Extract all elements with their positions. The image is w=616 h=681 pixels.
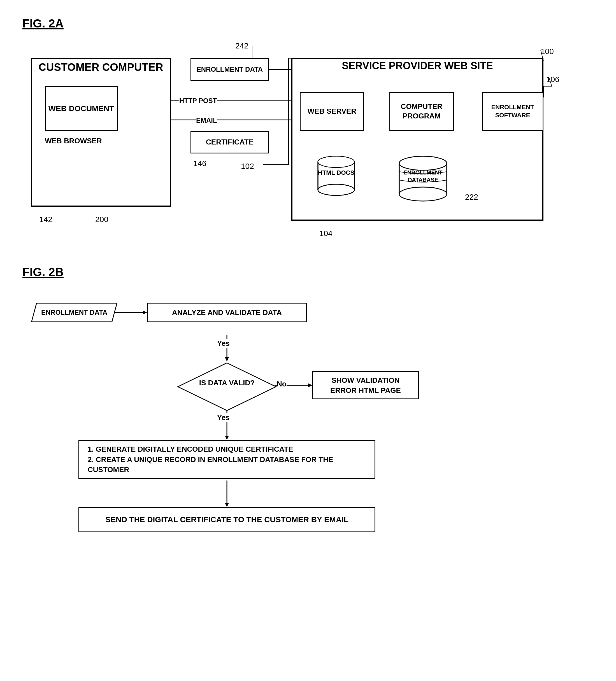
customer-computer-label: CUSTOMER COMPUTER — [31, 58, 171, 74]
generate-certificate-box: 1. GENERATE DIGITALLY ENCODED UNIQUE CER… — [78, 440, 375, 479]
ref-222: 222 — [465, 193, 478, 202]
ref-200: 200 — [95, 215, 108, 224]
figure-2a: FIG. 2A — [22, 17, 594, 237]
fig2b-title: FIG. 2B — [22, 266, 594, 279]
svg-marker-42 — [225, 357, 229, 361]
web-document-box: WEB DOCUMENT — [45, 86, 118, 131]
html-docs-label: HTML DOCS — [317, 169, 356, 177]
service-provider-label: SERVICE PROVIDER WEB SITE — [291, 60, 543, 72]
send-certificate-box: SEND THE DIGITAL CERTIFICATE TO THE CUST… — [78, 507, 375, 532]
svg-point-31 — [318, 156, 354, 168]
computer-program-box: COMPUTER PROGRAM — [389, 92, 454, 131]
ref-242: 242 — [235, 42, 248, 50]
ref-142: 142 — [39, 215, 52, 224]
http-post-label: HTTP POST — [179, 97, 217, 105]
web-browser-label: WEB BROWSER — [45, 137, 102, 145]
ref-102: 102 — [241, 162, 254, 171]
yes1-label: Yes — [217, 339, 230, 348]
ref-106: 106 — [546, 75, 560, 84]
svg-point-30 — [318, 184, 354, 196]
email-label: EMAIL — [196, 117, 217, 124]
show-validation-error-box: SHOW VALIDATION ERROR HTML PAGE — [312, 371, 419, 399]
enrollment-data-box: ENROLLMENT DATA — [191, 58, 269, 81]
svg-marker-48 — [225, 503, 229, 507]
enrollment-software-box: ENROLLMENT SOFTWARE — [482, 92, 543, 131]
ref-146: 146 — [193, 159, 206, 168]
html-docs-db: HTML DOCS — [317, 153, 356, 199]
figure-2b: FIG. 2B ENROLLMENT DATA — [22, 266, 594, 542]
yes2-label: Yes — [217, 413, 230, 422]
svg-marker-40 — [143, 310, 147, 314]
enrollment-data-flow: ENROLLMENT DATA — [31, 303, 118, 322]
fig2a-title: FIG. 2A — [22, 17, 594, 30]
ref-104: 104 — [319, 229, 332, 238]
svg-marker-44 — [225, 436, 229, 440]
certificate-box: CERTIFICATE — [191, 131, 269, 153]
diagram-2a: CUSTOMER COMPUTER WEB DOCUMENT WEB BROWS… — [22, 42, 583, 237]
enrollment-db: ENROLLMENT DATABASE — [398, 153, 448, 205]
svg-point-36 — [399, 187, 447, 201]
flow-arrows-svg — [22, 290, 583, 542]
customer-computer-box — [31, 58, 171, 207]
no-label: No — [277, 380, 287, 388]
web-server-box: WEB SERVER — [300, 92, 364, 131]
is-data-valid-diamond: IS DATA VALID? — [176, 361, 277, 413]
svg-marker-46 — [308, 383, 312, 387]
diagram-2b: ENROLLMENT DATA ANALYZE AND VALIDATE DAT… — [22, 290, 583, 542]
ref-100: 100 — [541, 47, 554, 56]
svg-point-35 — [399, 156, 447, 170]
is-data-valid-label: IS DATA VALID? — [193, 378, 261, 388]
enrollment-database-label: ENROLLMENT DATABASE — [398, 169, 448, 183]
analyze-validate-box: ANALYZE AND VALIDATE DATA — [147, 303, 307, 322]
